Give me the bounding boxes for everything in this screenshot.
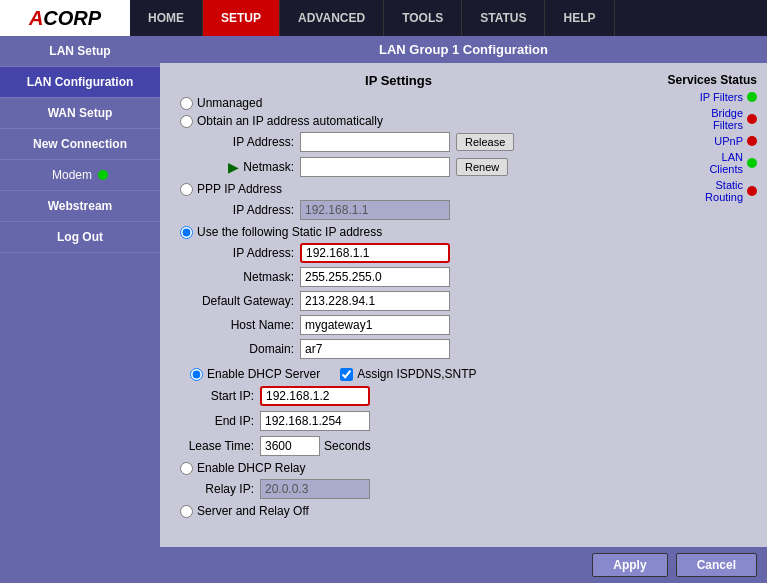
relay-ip-input[interactable] (260, 479, 370, 499)
static-domain-label: Domain: (170, 342, 300, 356)
tab-help[interactable]: HELP (545, 0, 614, 36)
dhcp-relay-label: Enable DHCP Relay (197, 461, 306, 475)
netmask-label: ▶ Netmask: (170, 159, 300, 175)
sidebar-item-new-connection[interactable]: New Connection (0, 129, 160, 160)
ppp-label: PPP IP Address (197, 182, 282, 196)
bridge-filters-link[interactable]: BridgeFilters (711, 107, 743, 131)
ppp-ip-label: IP Address: (170, 203, 300, 217)
radio-static[interactable] (180, 226, 193, 239)
nav-tabs: HOME SETUP ADVANCED TOOLS STATUS HELP (130, 0, 767, 36)
sidebar-item-lan-config[interactable]: LAN Configuration (0, 67, 160, 98)
sidebar-item-lan-setup[interactable]: LAN Setup (0, 36, 160, 67)
radio-dhcp-relay[interactable] (180, 462, 193, 475)
static-label: Use the following Static IP address (197, 225, 382, 239)
ppp-ip-display (300, 200, 450, 220)
service-bridge-filters: BridgeFilters (637, 107, 757, 131)
bottom-bar: Apply Cancel (160, 547, 767, 583)
logo: A CORP (0, 0, 130, 36)
static-hostname-row: Host Name: (170, 315, 627, 335)
sidebar-item-webstream[interactable]: Webstream (0, 191, 160, 222)
release-button[interactable]: Release (456, 133, 514, 151)
dhcp-lease-label: Lease Time: (170, 439, 260, 453)
static-gateway-label: Default Gateway: (170, 294, 300, 308)
ip-filters-link[interactable]: IP Filters (700, 91, 743, 103)
upnp-link[interactable]: UPnP (714, 135, 743, 147)
static-routing-status (747, 186, 757, 196)
server-relay-off-row: Server and Relay Off (170, 504, 627, 518)
sidebar-item-modem[interactable]: Modem (0, 160, 160, 191)
radio-obtain-auto[interactable] (180, 115, 193, 128)
static-section: IP Address: Netmask: Default Gateway: Ho… (170, 243, 627, 359)
apply-button[interactable]: Apply (592, 553, 667, 577)
dhcp-end-input[interactable] (260, 411, 370, 431)
renew-button[interactable]: Renew (456, 158, 508, 176)
content-area: LAN Group 1 Configuration IP Settings Un… (160, 36, 767, 583)
dhcp-start-row: Start IP: (170, 386, 627, 406)
radio-server-off[interactable] (180, 505, 193, 518)
logo-corp: CORP (43, 7, 101, 30)
relay-ip-label: Relay IP: (170, 482, 260, 496)
static-ip-label: IP Address: (170, 246, 300, 260)
ip-address-label: IP Address: (170, 135, 300, 149)
dhcp-lease-input[interactable] (260, 436, 320, 456)
server-off-label: Server and Relay Off (197, 504, 309, 518)
modem-status-dot (98, 170, 108, 180)
static-ip-field-row: IP Address: (170, 243, 627, 263)
dhcp-lease-row: Lease Time: Seconds (170, 436, 627, 456)
service-static-routing: StaticRouting (637, 179, 757, 203)
sidebar-item-logout[interactable]: Log Out (0, 222, 160, 253)
relay-ip-row: Relay IP: (170, 479, 627, 499)
dhcp-relay-row: Enable DHCP Relay (170, 461, 627, 475)
static-hostname-input[interactable] (300, 315, 450, 335)
static-netmask-input[interactable] (300, 267, 450, 287)
tab-advanced[interactable]: ADVANCED (280, 0, 384, 36)
arrow-icon: ▶ (228, 159, 239, 175)
ppp-ip-row: PPP IP Address (170, 182, 627, 196)
unmanaged-label: Unmanaged (197, 96, 262, 110)
services-title: Services Status (668, 73, 757, 87)
logo-a: A (29, 7, 43, 30)
services-panel: Services Status IP Filters BridgeFilters… (637, 73, 757, 537)
obtain-auto-label: Obtain an IP address automatically (197, 114, 383, 128)
ppp-ip-display-row: IP Address: (170, 200, 627, 220)
static-domain-input[interactable] (300, 339, 450, 359)
lan-clients-link[interactable]: LANClients (709, 151, 743, 175)
checkbox-assign[interactable] (340, 368, 353, 381)
dhcp-end-label: End IP: (170, 414, 260, 428)
static-gateway-row: Default Gateway: (170, 291, 627, 311)
dhcp-start-input[interactable] (260, 386, 370, 406)
dhcp-enable-label: Enable DHCP Server (190, 367, 320, 381)
radio-ppp[interactable] (180, 183, 193, 196)
assign-label: Assign ISPDNS,SNTP (340, 367, 476, 381)
radio-dhcp-enable[interactable] (190, 368, 203, 381)
cancel-button[interactable]: Cancel (676, 553, 757, 577)
ip-address-row: IP Address: Release (170, 132, 627, 152)
bridge-filters-status (747, 114, 757, 124)
ip-filters-status (747, 92, 757, 102)
dhcp-enable-row: Enable DHCP Server Assign ISPDNS,SNTP (170, 367, 627, 381)
sidebar: LAN Setup LAN Configuration WAN Setup Ne… (0, 36, 160, 583)
tab-status[interactable]: STATUS (462, 0, 545, 36)
ip-address-input[interactable] (300, 132, 450, 152)
static-netmask-label: Netmask: (170, 270, 300, 284)
tab-setup[interactable]: SETUP (203, 0, 280, 36)
ip-settings-title: IP Settings (170, 73, 627, 88)
unmanaged-row: Unmanaged (170, 96, 627, 110)
sidebar-item-wan-setup[interactable]: WAN Setup (0, 98, 160, 129)
tab-home[interactable]: HOME (130, 0, 203, 36)
main-panel: IP Settings Unmanaged Obtain an IP addre… (170, 73, 627, 537)
static-hostname-label: Host Name: (170, 318, 300, 332)
static-netmask-row: Netmask: (170, 267, 627, 287)
service-lan-clients: LANClients (637, 151, 757, 175)
static-gateway-input[interactable] (300, 291, 450, 311)
radio-unmanaged[interactable] (180, 97, 193, 110)
static-routing-link[interactable]: StaticRouting (705, 179, 743, 203)
static-ip-row: Use the following Static IP address (170, 225, 627, 239)
static-domain-row: Domain: (170, 339, 627, 359)
netmask-input[interactable] (300, 157, 450, 177)
seconds-label: Seconds (324, 439, 371, 453)
tab-tools[interactable]: TOOLS (384, 0, 462, 36)
static-ip-input[interactable] (300, 243, 450, 263)
service-ip-filters: IP Filters (637, 91, 757, 103)
dhcp-section: Enable DHCP Server Assign ISPDNS,SNTP St… (170, 367, 627, 518)
